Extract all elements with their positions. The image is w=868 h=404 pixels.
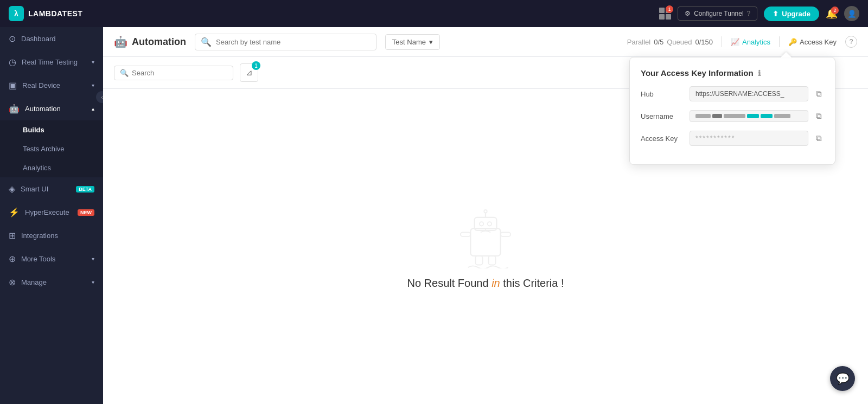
dashboard-icon: ⊙ bbox=[9, 34, 16, 44]
sidebar-item-label: Dashboard bbox=[21, 35, 94, 43]
integrations-icon: ⊞ bbox=[9, 230, 16, 241]
sidebar-item-integrations[interactable]: ⊞ Integrations bbox=[0, 224, 103, 247]
chevron-down-icon: ▾ bbox=[92, 82, 94, 88]
sidebar-item-label: Real Device bbox=[22, 81, 86, 89]
sidebar-item-dashboard[interactable]: ⊙ Dashboard bbox=[0, 27, 103, 50]
search-input[interactable] bbox=[216, 34, 371, 50]
smart-ui-icon: ◈ bbox=[9, 184, 15, 194]
configure-tunnel-label: Configure Tunnel bbox=[694, 10, 743, 17]
copy-icon: ⧉ bbox=[816, 89, 822, 98]
svg-rect-8 bbox=[501, 233, 510, 236]
configure-tunnel-button[interactable]: ⚙ Configure Tunnel ? bbox=[678, 7, 757, 21]
search-small[interactable]: 🔍 bbox=[114, 66, 233, 80]
search-small-input[interactable] bbox=[132, 69, 227, 77]
hub-row: Hub https://USERNAME:ACCESS_ ⧉ bbox=[641, 86, 824, 101]
test-name-dropdown[interactable]: Test Name ▾ bbox=[385, 34, 440, 50]
test-name-label: Test Name bbox=[392, 38, 426, 46]
hyperexecute-icon: ⚡ bbox=[9, 207, 20, 217]
analytics-label: Analytics bbox=[23, 164, 51, 172]
real-time-testing-icon: ◷ bbox=[9, 57, 16, 67]
sidebar-subitem-tests-archive[interactable]: Tests Archive bbox=[0, 139, 103, 158]
access-key-value: *********** bbox=[690, 131, 808, 146]
mask-block bbox=[712, 114, 722, 118]
svg-point-3 bbox=[488, 222, 492, 226]
sidebar-item-hyperexecute[interactable]: ⚡ HyperExecute NEW bbox=[0, 201, 103, 224]
upgrade-button[interactable]: ⬆ Upgrade bbox=[764, 7, 819, 21]
sidebar-item-label: More Tools bbox=[21, 255, 86, 263]
page-title: Automation bbox=[132, 36, 186, 48]
analytics-link[interactable]: 📈 Analytics bbox=[731, 38, 770, 46]
access-key-link[interactable]: 🔑 Access Key bbox=[788, 38, 837, 46]
chevron-down-icon: ▾ bbox=[92, 59, 94, 65]
filter-button[interactable]: ⊿ 1 bbox=[240, 63, 258, 82]
chat-icon: 💬 bbox=[836, 372, 850, 385]
no-result-text-2: this Criteria ! bbox=[500, 277, 564, 289]
sidebar-item-more-tools[interactable]: ⊕ More Tools ▾ bbox=[0, 247, 103, 271]
username-masked bbox=[695, 114, 802, 118]
more-tools-icon: ⊕ bbox=[9, 254, 16, 264]
tests-archive-label: Tests Archive bbox=[23, 145, 65, 153]
grid-icon-button[interactable]: 1 bbox=[659, 8, 671, 20]
main-layout: ‹ ⊙ Dashboard ◷ Real Time Testing ▾ ▣ Re… bbox=[0, 27, 868, 404]
no-result-text: No Result Found in this Criteria ! bbox=[407, 277, 564, 290]
key-icon: 🔑 bbox=[788, 38, 797, 46]
sidebar-subitem-builds[interactable]: Builds bbox=[0, 120, 103, 139]
mask-block bbox=[761, 114, 773, 118]
search-bar-large[interactable]: 🔍 bbox=[195, 34, 376, 50]
sidebar-item-manage[interactable]: ⊗ Manage ▾ bbox=[0, 271, 103, 294]
content-area: 🤖 Automation 🔍 Test Name ▾ Parallel 0/5 … bbox=[103, 27, 868, 404]
builds-label: Builds bbox=[23, 126, 44, 134]
upgrade-icon: ⬆ bbox=[773, 10, 778, 18]
sidebar-item-label: Real Time Testing bbox=[22, 58, 86, 66]
access-key-label: Access Key bbox=[800, 38, 837, 46]
sidebar-item-real-time-testing[interactable]: ◷ Real Time Testing ▾ bbox=[0, 50, 103, 74]
sidebar-item-smart-ui[interactable]: ◈ Smart UI BETA bbox=[0, 177, 103, 201]
sidebar-item-label: Automation bbox=[25, 105, 86, 113]
help-button[interactable]: ? bbox=[845, 36, 857, 48]
svg-rect-7 bbox=[461, 233, 470, 236]
sidebar: ‹ ⊙ Dashboard ◷ Real Time Testing ▾ ▣ Re… bbox=[0, 27, 103, 404]
svg-point-2 bbox=[480, 222, 483, 226]
parallel-label: Parallel bbox=[627, 38, 650, 46]
automation-icon: 🤖 bbox=[9, 104, 20, 114]
info-icon[interactable]: ℹ bbox=[758, 69, 761, 78]
tunnel-icon: ⚙ bbox=[685, 10, 691, 17]
hub-copy-button[interactable]: ⧉ bbox=[814, 87, 824, 101]
popover-arrow bbox=[781, 52, 792, 57]
user-icon: 👤 bbox=[847, 10, 857, 18]
copy-icon: ⧉ bbox=[816, 111, 822, 120]
automation-submenu: Builds Tests Archive Analytics bbox=[0, 120, 103, 177]
sidebar-item-real-device[interactable]: ▣ Real Device ▾ bbox=[0, 74, 103, 97]
user-avatar[interactable]: 👤 bbox=[844, 6, 859, 21]
search-icon: 🔍 bbox=[201, 37, 212, 47]
sidebar-subitem-analytics[interactable]: Analytics bbox=[0, 158, 103, 177]
upgrade-label: Upgrade bbox=[782, 10, 810, 18]
sidebar-item-automation[interactable]: 🤖 Automation ▴ bbox=[0, 97, 103, 120]
mask-block bbox=[747, 114, 759, 118]
chat-button[interactable]: 💬 bbox=[830, 366, 855, 391]
queued-label: Queued bbox=[667, 38, 692, 46]
logo-text: LAMBDATEST bbox=[28, 9, 82, 18]
svg-rect-9 bbox=[476, 256, 483, 265]
sidebar-item-label: Smart UI bbox=[21, 185, 68, 193]
parallel-value: 0/5 bbox=[654, 38, 663, 46]
no-result-highlight: in bbox=[492, 277, 500, 289]
svg-rect-0 bbox=[470, 228, 500, 256]
popover-title-text: Your Access Key Information bbox=[641, 68, 754, 78]
no-result-text-1: No Result Found bbox=[407, 277, 492, 289]
access-key-copy-button[interactable]: ⧉ bbox=[814, 131, 824, 145]
hub-label: Hub bbox=[641, 90, 684, 98]
chevron-up-icon: ▴ bbox=[92, 106, 94, 112]
header-right: 1 ⚙ Configure Tunnel ? ⬆ Upgrade 🔔 2 👤 bbox=[659, 6, 859, 21]
beta-badge: BETA bbox=[76, 186, 94, 193]
top-header: λ LAMBDATEST 1 ⚙ Configure Tunnel ? ⬆ Up… bbox=[0, 0, 868, 27]
real-device-icon: ▣ bbox=[9, 80, 17, 91]
username-copy-button[interactable]: ⧉ bbox=[814, 109, 824, 123]
svg-point-5 bbox=[484, 210, 487, 213]
filter-icon: ⊿ bbox=[246, 68, 253, 78]
hub-value: https://USERNAME:ACCESS_ bbox=[690, 86, 808, 101]
notifications-button[interactable]: 🔔 2 bbox=[826, 8, 838, 20]
username-label: Username bbox=[641, 112, 684, 120]
copy-icon: ⧉ bbox=[816, 133, 822, 143]
content-header: 🤖 Automation 🔍 Test Name ▾ Parallel 0/5 … bbox=[103, 27, 868, 57]
